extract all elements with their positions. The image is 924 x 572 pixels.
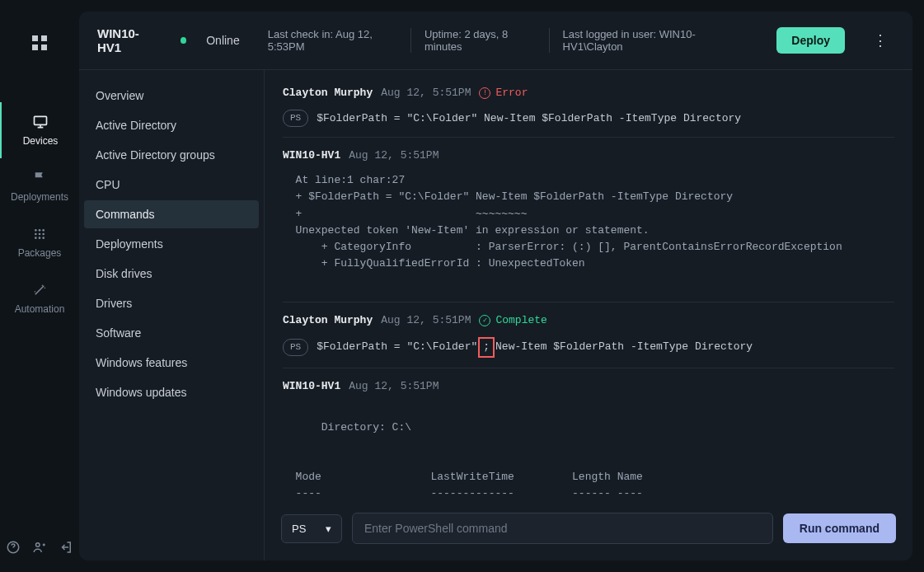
sidebar-item-win-features[interactable]: Windows features: [84, 349, 259, 377]
divider: [283, 137, 894, 138]
svg-rect-1: [41, 35, 47, 41]
entry-user: Clayton Murphy: [283, 85, 373, 101]
command-entry: Clayton Murphy Aug 12, 5:51PM ! Error PS…: [283, 85, 894, 127]
rail-label: Automation: [15, 303, 65, 315]
uptime: Uptime: 2 days, 8 minutes: [410, 28, 549, 53]
last-user: Last logged in user: WIN10-HV1\Clayton: [549, 28, 749, 53]
logout-icon[interactable]: [59, 540, 73, 557]
run-command-button[interactable]: Run command: [783, 513, 896, 543]
help-icon[interactable]: [6, 540, 21, 557]
svg-point-5: [35, 229, 37, 232]
svg-point-15: [36, 543, 40, 547]
output-entry: WIN10-HV1 Aug 12, 5:51PM At line:1 char:…: [283, 148, 894, 288]
app-logo: [30, 33, 49, 53]
rail-item-packages[interactable]: Packages: [0, 214, 79, 270]
sidebar-item-win-updates[interactable]: Windows updates: [84, 378, 259, 406]
output-time: Aug 12, 5:51PM: [349, 378, 439, 395]
rail-label: Devices: [23, 135, 59, 147]
output-text: Directory: C:\ Mode LastWriteTime Length…: [283, 403, 894, 501]
divider: [283, 368, 894, 368]
svg-point-9: [39, 233, 41, 236]
commands-content: Clayton Murphy Aug 12, 5:51PM ! Error PS…: [265, 70, 912, 560]
device-sidebar: Overview Active Directory Active Directo…: [79, 70, 265, 560]
entry-time: Aug 12, 5:51PM: [381, 85, 471, 101]
rail-label: Deployments: [11, 191, 68, 203]
sidebar-item-disk-drives[interactable]: Disk drives: [84, 260, 259, 288]
check-icon: ✓: [479, 315, 490, 326]
svg-point-7: [42, 229, 45, 232]
sidebar-item-software[interactable]: Software: [84, 319, 259, 347]
svg-point-13: [42, 237, 45, 239]
device-name: WIN10-HV1: [97, 26, 157, 54]
highlight-box: ;: [478, 337, 495, 357]
command-bar: PS ▾ Run command: [265, 501, 912, 560]
rail-label: Packages: [18, 247, 62, 259]
command-input[interactable]: [352, 513, 773, 544]
shell-selector[interactable]: PS ▾: [281, 514, 342, 543]
top-meta: Last check in: Aug 12, 5:53PM Uptime: 2 …: [255, 28, 749, 53]
svg-rect-0: [32, 35, 38, 41]
svg-rect-3: [41, 45, 47, 50]
entry-user: Clayton Murphy: [283, 312, 373, 329]
flag-icon: [31, 170, 48, 186]
command-text: $FolderPath = "C:\Folder";New-Item $Fold…: [317, 337, 753, 357]
error-icon: !: [479, 87, 490, 99]
sidebar-item-cpu[interactable]: CPU: [84, 171, 259, 199]
add-user-icon[interactable]: [32, 540, 47, 557]
svg-point-8: [35, 233, 37, 236]
shell-pill: PS: [283, 110, 308, 127]
grid-icon: [31, 226, 48, 242]
svg-point-12: [39, 237, 41, 239]
status-badge: ! Error: [479, 85, 528, 101]
nav-rail: Devices Deployments Packages Automation: [0, 0, 79, 572]
rail-item-deployments[interactable]: Deployments: [0, 158, 79, 214]
rail-item-devices[interactable]: Devices: [0, 102, 79, 158]
svg-point-11: [35, 237, 37, 239]
sidebar-item-commands[interactable]: Commands: [84, 200, 259, 228]
svg-rect-4: [35, 116, 47, 124]
deploy-button[interactable]: Deploy: [776, 27, 845, 54]
status-badge: ✓ Complete: [479, 312, 546, 329]
chevron-down-icon: ▾: [326, 523, 331, 535]
monitor-icon: [32, 114, 49, 130]
output-text: At line:1 char:27 + $FolderPath = "C:\Fo…: [283, 172, 894, 288]
last-checkin: Last check in: Aug 12, 5:53PM: [255, 28, 410, 53]
output-entry: WIN10-HV1 Aug 12, 5:51PM Directory: C:\ …: [283, 378, 894, 501]
svg-rect-2: [32, 45, 38, 50]
rail-item-automation[interactable]: Automation: [0, 270, 79, 326]
status-dot-icon: [181, 37, 186, 44]
sidebar-item-deployments[interactable]: Deployments: [84, 230, 259, 258]
body: Overview Active Directory Active Directo…: [79, 70, 912, 560]
more-menu-icon[interactable]: ⋮: [866, 28, 894, 53]
svg-point-10: [42, 233, 45, 236]
sidebar-item-ad[interactable]: Active Directory: [84, 111, 259, 139]
main-panel: WIN10-HV1 Online Last check in: Aug 12, …: [79, 12, 912, 560]
sidebar-item-drivers[interactable]: Drivers: [84, 289, 259, 317]
rail-footer: [6, 525, 73, 572]
sidebar-item-ad-groups[interactable]: Active Directory groups: [84, 141, 259, 169]
divider: [283, 302, 894, 302]
output-time: Aug 12, 5:51PM: [349, 148, 439, 164]
output-host: WIN10-HV1: [283, 378, 340, 395]
device-status: Online: [206, 34, 239, 47]
command-log[interactable]: Clayton Murphy Aug 12, 5:51PM ! Error PS…: [265, 70, 912, 501]
shell-pill: PS: [283, 339, 308, 356]
output-host: WIN10-HV1: [283, 148, 340, 164]
sidebar-item-overview[interactable]: Overview: [84, 82, 259, 110]
command-text: $FolderPath = "C:\Folder" New-Item $Fold…: [317, 110, 741, 127]
entry-time: Aug 12, 5:51PM: [381, 312, 471, 329]
topbar: WIN10-HV1 Online Last check in: Aug 12, …: [79, 12, 912, 70]
wand-icon: [31, 282, 48, 298]
svg-point-6: [39, 229, 41, 232]
command-entry: Clayton Murphy Aug 12, 5:51PM ✓ Complete…: [283, 312, 894, 357]
